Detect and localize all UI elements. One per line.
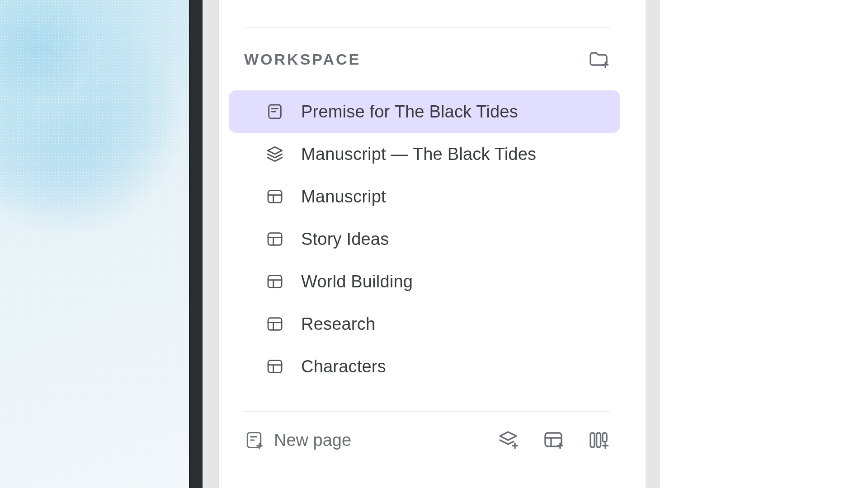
workspace-item[interactable]: Premise for The Black Tides	[229, 90, 620, 133]
workspace-nav: Premise for The Black TidesManuscript — …	[229, 90, 620, 388]
workspace-item[interactable]: World Building	[229, 260, 620, 303]
svg-rect-35	[597, 433, 601, 447]
workspace-item-label: Manuscript	[301, 187, 386, 206]
new-stack-button[interactable]	[496, 428, 520, 452]
note-plus-icon	[244, 430, 264, 450]
svg-marker-26	[500, 432, 516, 440]
new-table-button[interactable]	[542, 428, 565, 452]
svg-rect-9	[268, 233, 282, 245]
svg-rect-6	[268, 191, 282, 203]
workspace-item[interactable]: Story Ideas	[229, 218, 620, 260]
table-icon	[265, 357, 285, 376]
new-folder-button[interactable]	[587, 47, 610, 71]
workspace-item-label: Story Ideas	[301, 230, 389, 249]
table-icon	[265, 187, 285, 206]
svg-marker-5	[268, 147, 282, 154]
workspace-item-label: Premise for The Black Tides	[301, 102, 518, 122]
stack-icon	[265, 144, 285, 164]
workspace-item[interactable]: Manuscript — The Black Tides	[229, 133, 620, 175]
svg-rect-34	[590, 433, 594, 447]
svg-rect-29	[545, 433, 561, 446]
new-page-label: New page	[274, 431, 351, 450]
svg-rect-15	[268, 318, 282, 330]
workspace-section-header: WORKSPACE	[244, 47, 610, 71]
table-plus-icon	[542, 429, 564, 451]
divider	[244, 411, 610, 412]
svg-rect-36	[603, 433, 607, 442]
folder-plus-icon	[588, 48, 609, 70]
note-icon	[265, 102, 285, 122]
svg-rect-12	[268, 276, 282, 288]
workspace-item-label: Research	[301, 314, 375, 334]
table-icon	[265, 229, 285, 249]
workspace-item-label: World Building	[301, 272, 413, 291]
table-icon	[265, 272, 285, 291]
divider	[244, 27, 610, 28]
table-icon	[265, 314, 285, 334]
bottom-actions	[496, 428, 610, 452]
workspace-section-title: WORKSPACE	[244, 51, 361, 68]
new-page-button[interactable]: New page	[244, 430, 351, 450]
stack-plus-icon	[497, 429, 519, 451]
new-board-button[interactable]	[587, 428, 610, 452]
content-area-blank	[660, 0, 868, 488]
workspace-bottom-bar: New page	[244, 428, 610, 452]
desktop-wallpaper	[0, 0, 189, 488]
workspace-item-label: Characters	[301, 357, 386, 376]
workspace-item[interactable]: Characters	[229, 345, 620, 388]
board-plus-icon	[588, 429, 609, 451]
workspace-item[interactable]: Research	[229, 303, 620, 345]
svg-rect-18	[268, 361, 282, 373]
workspace-item[interactable]: Manuscript	[229, 175, 620, 218]
workspace-item-label: Manuscript — The Black Tides	[301, 145, 536, 164]
